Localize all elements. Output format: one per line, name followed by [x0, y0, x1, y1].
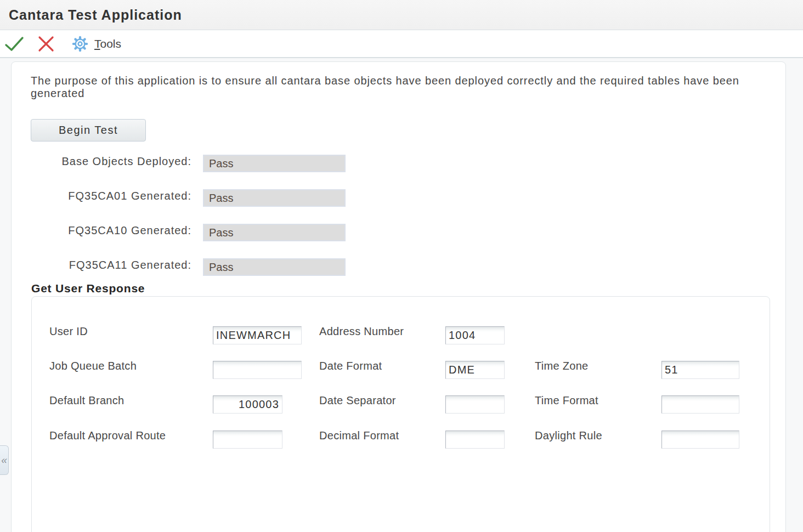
address-number-label: Address Number	[319, 325, 404, 337]
daylight-rule-input[interactable]	[661, 431, 739, 449]
date-format-input[interactable]	[445, 361, 505, 379]
ok-check-icon[interactable]	[4, 36, 24, 52]
begin-test-button[interactable]: Begin Test	[31, 119, 146, 142]
date-separator-input[interactable]	[445, 395, 505, 414]
purpose-text: The purpose of this application is to en…	[31, 75, 755, 100]
base-objects-deployed-label: Base Objects Deployed:	[12, 155, 191, 167]
window-title: Cantara Test Application	[9, 7, 182, 23]
time-format-input[interactable]	[661, 395, 739, 414]
date-format-label: Date Format	[319, 360, 382, 372]
fq35ca11-generated-label: FQ35CA11 Generated:	[12, 259, 191, 271]
time-zone-input[interactable]	[661, 361, 739, 379]
fq35ca01-generated-label: FQ35CA01 Generated:	[12, 190, 191, 202]
decimal-format-input[interactable]	[445, 431, 505, 449]
tools-menu-item[interactable]: Tools	[94, 37, 121, 50]
default-approval-route-input[interactable]	[213, 431, 282, 449]
fq35ca10-generated-value: Pass	[203, 224, 346, 241]
window-titlebar: Cantara Test Application	[0, 0, 803, 30]
cancel-x-icon[interactable]	[38, 36, 54, 52]
purpose-line2: generated	[31, 87, 755, 100]
time-format-label: Time Format	[535, 394, 598, 406]
user-id-label: User ID	[49, 325, 88, 337]
default-branch-input[interactable]	[213, 395, 282, 414]
main-panel: The purpose of this application is to en…	[11, 61, 786, 532]
address-number-input[interactable]	[445, 326, 505, 344]
fq35ca11-generated-value: Pass	[203, 258, 346, 276]
purpose-line1: The purpose of this application is to en…	[31, 75, 755, 87]
time-zone-label: Time Zone	[535, 360, 589, 372]
collapse-chevrons-icon: «	[1, 454, 7, 466]
daylight-rule-label: Daylight Rule	[535, 429, 602, 442]
decimal-format-label: Decimal Format	[319, 429, 399, 442]
sidebar-collapse-handle[interactable]: «	[0, 445, 9, 475]
content-background: The purpose of this application is to en…	[0, 58, 803, 532]
default-branch-label: Default Branch	[49, 394, 125, 406]
user-id-input[interactable]	[213, 326, 302, 344]
job-queue-batch-label: Job Queue Batch	[49, 360, 137, 372]
get-user-response-title: Get User Response	[31, 281, 145, 296]
default-approval-route-label: Default Approval Route	[49, 429, 166, 442]
date-separator-label: Date Separator	[319, 394, 396, 406]
toolbar: Tools	[0, 30, 803, 58]
fq35ca10-generated-label: FQ35CA10 Generated:	[12, 224, 191, 236]
job-queue-batch-input[interactable]	[213, 361, 302, 379]
fq35ca01-generated-value: Pass	[203, 189, 346, 207]
get-user-response-group: User ID Address Number Job Queue Batch D…	[31, 296, 770, 532]
base-objects-deployed-value: Pass	[203, 155, 346, 172]
gear-icon[interactable]	[72, 36, 88, 52]
